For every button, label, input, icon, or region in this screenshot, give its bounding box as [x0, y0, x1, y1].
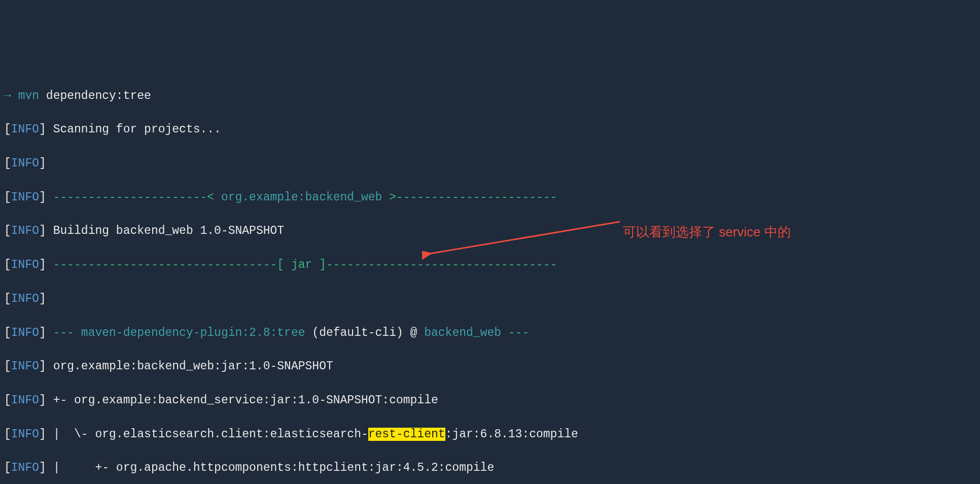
log-line: [INFO] Building backend_web 1.0-SNAPSHOT	[4, 223, 976, 239]
log-level: INFO	[11, 428, 39, 441]
separator: ----------------------<	[46, 191, 221, 204]
plugin-name: maven-dependency-plugin:2.8:tree	[81, 326, 305, 339]
dep-text: +- org.example:backend_service:jar:1.0-S…	[46, 394, 438, 407]
log-level: INFO	[11, 191, 39, 204]
separator: --------------------------------[ jar ]-…	[46, 258, 557, 271]
separator: >-----------------------	[382, 191, 557, 204]
dep-text-post: :jar:6.8.13:compile	[445, 428, 578, 441]
log-level: INFO	[11, 224, 39, 237]
log-level: INFO	[11, 157, 39, 170]
plugin-project: backend_web	[424, 326, 501, 339]
log-level: INFO	[11, 360, 39, 373]
terminal-output: → mvn dependency:tree [INFO] Scanning fo…	[4, 71, 976, 484]
project-coords: org.example:backend_web	[221, 191, 382, 204]
highlight-text: rest-client	[368, 428, 445, 441]
log-line: [INFO] Scanning for projects...	[4, 121, 976, 138]
command: mvn	[18, 89, 39, 102]
tree-root: [INFO] org.example:backend_web:jar:1.0-S…	[4, 358, 976, 375]
log-level: INFO	[11, 123, 39, 136]
log-level: INFO	[11, 292, 39, 305]
log-level: INFO	[11, 461, 39, 474]
log-line: [INFO]	[4, 291, 976, 307]
log-line: [INFO] ----------------------< org.examp…	[4, 189, 976, 206]
log-level: INFO	[11, 394, 39, 407]
building-text: Building backend_web 1.0-SNAPSHOT	[46, 224, 284, 237]
plugin-mid: (default-cli) @	[305, 326, 425, 339]
log-line: [INFO] --- maven-dependency-plugin:2.8:t…	[4, 325, 976, 341]
plugin-prefix: ---	[46, 326, 81, 339]
log-level: INFO	[11, 326, 39, 339]
log-level: INFO	[11, 258, 39, 271]
command-args: dependency:tree	[39, 89, 151, 102]
log-text: Scanning for projects...	[46, 123, 221, 136]
dep-text: | +- org.apache.httpcomponents:httpclien…	[46, 461, 494, 474]
log-line: [INFO] --------------------------------[…	[4, 257, 976, 273]
dep-text: org.example:backend_web:jar:1.0-SNAPSHOT	[46, 360, 333, 373]
log-line: [INFO]	[4, 155, 976, 172]
tree-node-highlighted: [INFO] | \- org.elasticsearch.client:ela…	[4, 426, 976, 443]
annotation-text: 可以看到选择了 service 中的	[623, 223, 791, 242]
plugin-suffix: ---	[501, 326, 529, 339]
command-line[interactable]: → mvn dependency:tree	[4, 88, 976, 105]
prompt-arrow: →	[4, 89, 11, 102]
tree-node: [INFO] +- org.example:backend_service:ja…	[4, 392, 976, 409]
dep-text-pre: | \- org.elasticsearch.client:elasticsea…	[46, 428, 368, 441]
tree-node: [INFO] | +- org.apache.httpcomponents:ht…	[4, 460, 976, 476]
